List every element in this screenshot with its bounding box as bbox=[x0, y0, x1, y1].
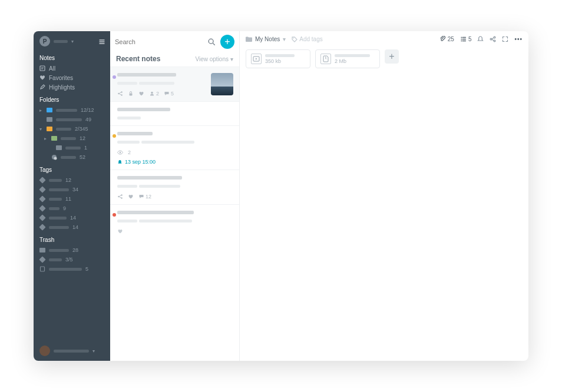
user-avatar bbox=[39, 346, 50, 356]
note-card[interactable]: 2 13 sep 15:00 bbox=[110, 125, 239, 170]
sidebar: P ▾ Notes All Favorites Highlights Folde… bbox=[34, 31, 110, 361]
folder-item[interactable]: 1 bbox=[39, 143, 104, 152]
color-dot bbox=[113, 75, 116, 79]
note-title bbox=[117, 108, 170, 111]
heart-icon bbox=[138, 91, 144, 97]
tag-icon bbox=[39, 256, 45, 263]
note-card[interactable] bbox=[110, 204, 239, 239]
checklist-icon bbox=[460, 36, 467, 42]
folder-item[interactable]: ▾ 2/345 bbox=[39, 124, 104, 134]
share-button[interactable] bbox=[490, 36, 496, 42]
svg-point-9 bbox=[151, 92, 153, 94]
paperclip-icon bbox=[439, 36, 446, 42]
folder-icon bbox=[51, 136, 57, 141]
folder-item[interactable]: 49 bbox=[39, 115, 104, 124]
trash-item[interactable]: 28 bbox=[39, 245, 104, 255]
tag-icon bbox=[39, 224, 45, 230]
app-shell: P ▾ Notes All Favorites Highlights Folde… bbox=[34, 31, 528, 361]
trash-item[interactable]: 3/5 bbox=[39, 255, 104, 264]
svg-rect-3 bbox=[41, 267, 45, 271]
folder-name bbox=[61, 156, 76, 159]
folder-item[interactable]: ▸ 12/12 bbox=[39, 105, 104, 115]
folder-name bbox=[56, 109, 77, 112]
folder-icon bbox=[47, 117, 52, 122]
account-switcher[interactable]: ▾ bbox=[34, 341, 110, 361]
section-title-notes: Notes bbox=[39, 55, 104, 61]
color-dot bbox=[113, 213, 116, 217]
note-icon bbox=[39, 266, 45, 272]
attachments-row: 350 kb 2 Mb + bbox=[240, 47, 528, 71]
tag-item[interactable]: 11 bbox=[39, 194, 104, 204]
attachment-name bbox=[265, 54, 295, 57]
tag-item[interactable]: 14 bbox=[39, 213, 104, 222]
folder-item[interactable]: 52 bbox=[39, 152, 104, 162]
tag-icon bbox=[39, 186, 45, 192]
folder-icon bbox=[39, 248, 45, 253]
views-icon bbox=[117, 150, 123, 155]
attachment-size: 350 kb bbox=[265, 58, 295, 64]
search-icon[interactable] bbox=[207, 38, 216, 46]
collapse-sidebar-button[interactable] bbox=[97, 37, 107, 46]
svg-point-2 bbox=[54, 157, 57, 160]
video-file-icon bbox=[251, 54, 262, 64]
nav-favorites[interactable]: Favorites bbox=[39, 73, 104, 82]
attachments-count[interactable]: 25 bbox=[439, 36, 454, 42]
breadcrumb[interactable]: My Notes ▾ bbox=[246, 36, 286, 42]
editor-panel: My Notes ▾ Add tags 25 5 ••• 350 kb 2 Mb bbox=[240, 31, 528, 361]
chevron-right-icon: ▸ bbox=[44, 136, 48, 141]
heart-icon bbox=[128, 194, 134, 200]
section-title-trash: Trash bbox=[39, 237, 104, 243]
svg-rect-0 bbox=[40, 66, 45, 71]
note-card[interactable] bbox=[110, 101, 239, 125]
list-title: Recent notes bbox=[116, 55, 160, 63]
todos-count[interactable]: 5 bbox=[460, 36, 472, 42]
tag-icon bbox=[39, 195, 45, 202]
workspace-avatar: P bbox=[39, 36, 50, 46]
reminder: 13 sep 15:00 bbox=[117, 159, 232, 165]
chevron-down-icon: ▾ bbox=[92, 348, 96, 354]
comments-icon bbox=[138, 194, 144, 200]
svg-point-14 bbox=[293, 38, 294, 39]
highlight-icon bbox=[39, 84, 45, 90]
attachment-size: 2 Mb bbox=[335, 58, 370, 64]
chevron-down-icon: ▾ bbox=[71, 39, 75, 44]
note-thumbnail bbox=[211, 73, 233, 95]
note-title bbox=[117, 73, 176, 77]
add-tags-button[interactable]: Add tags bbox=[292, 36, 322, 42]
workspace-name bbox=[54, 40, 68, 43]
add-attachment-button[interactable]: + bbox=[385, 49, 399, 64]
tag-item[interactable]: 34 bbox=[39, 185, 104, 194]
chevron-down-icon: ▾ bbox=[230, 56, 233, 62]
chevron-down-icon: ▾ bbox=[283, 36, 286, 42]
section-title-tags: Tags bbox=[39, 167, 104, 173]
attachment-card[interactable]: 2 Mb bbox=[315, 49, 380, 68]
attachment-card[interactable]: 350 kb bbox=[246, 49, 310, 68]
note-card[interactable]: 12 bbox=[110, 170, 239, 204]
archive-file-icon bbox=[320, 54, 331, 64]
more-button[interactable]: ••• bbox=[514, 36, 523, 42]
folder-name bbox=[65, 147, 81, 150]
share-icon bbox=[490, 36, 496, 42]
view-options-button[interactable]: View options▾ bbox=[195, 56, 233, 62]
trash-item[interactable]: 5 bbox=[39, 264, 104, 274]
nav-highlights[interactable]: Highlights bbox=[39, 82, 104, 92]
tag-icon bbox=[39, 177, 45, 183]
svg-point-4 bbox=[209, 39, 213, 44]
tag-item[interactable]: 12 bbox=[39, 175, 104, 185]
chevron-right-icon: ▸ bbox=[39, 108, 43, 113]
tag-item[interactable]: 9 bbox=[39, 204, 104, 213]
svg-point-17 bbox=[494, 40, 496, 42]
new-note-button[interactable]: + bbox=[220, 35, 234, 49]
note-card[interactable]: 2 5 bbox=[110, 67, 239, 101]
contacts-icon bbox=[149, 91, 155, 97]
nav-all[interactable]: All bbox=[39, 64, 104, 73]
section-title-folders: Folders bbox=[39, 97, 104, 103]
fullscreen-button[interactable] bbox=[502, 36, 508, 42]
tag-icon bbox=[39, 205, 45, 211]
search-input[interactable] bbox=[115, 38, 203, 45]
reminder-button[interactable] bbox=[477, 36, 484, 42]
tag-item[interactable]: 14 bbox=[39, 222, 104, 232]
bell-icon bbox=[117, 160, 123, 165]
folder-item[interactable]: ▸ 12 bbox=[39, 134, 104, 143]
folder-icon bbox=[47, 127, 52, 131]
